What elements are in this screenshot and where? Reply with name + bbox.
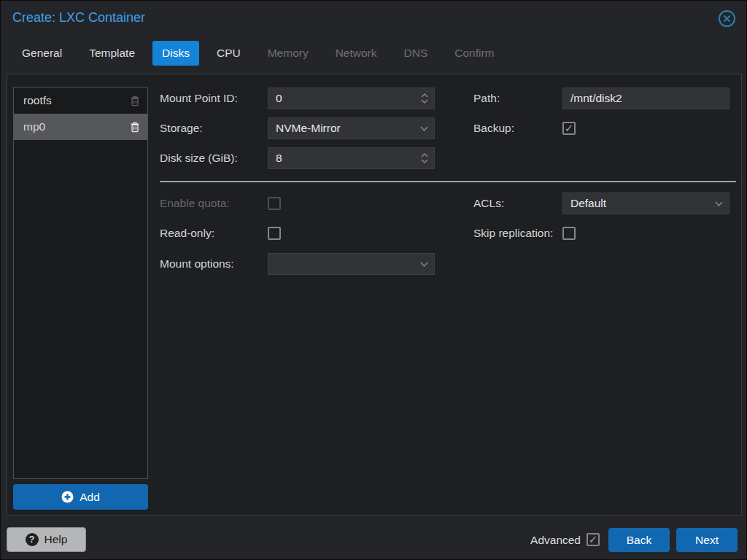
advanced-toggle: Advanced ✓: [530, 533, 600, 548]
skip-replication-checkbox[interactable]: [562, 227, 576, 240]
tab-dns: DNS: [395, 41, 438, 66]
close-button[interactable]: [718, 9, 736, 28]
tab-general[interactable]: General: [12, 41, 71, 66]
read-only-checkbox[interactable]: [268, 227, 281, 240]
mount-point-id-input[interactable]: 0: [268, 88, 435, 109]
help-button-label: Help: [44, 533, 68, 546]
add-button-label: Add: [80, 491, 100, 504]
mountpoint-label: mp0: [23, 120, 130, 133]
tab-template[interactable]: Template: [80, 41, 144, 66]
disk-size-value: 8: [276, 152, 421, 165]
tab-confirm: Confirm: [445, 41, 503, 66]
help-button[interactable]: ? Help: [7, 527, 86, 552]
chevron-down-icon: [715, 201, 723, 206]
next-button[interactable]: Next: [676, 528, 738, 552]
trash-icon[interactable]: [130, 96, 140, 106]
mount-options-select[interactable]: [268, 253, 435, 275]
storage-label: Storage:: [160, 117, 203, 139]
plus-circle-icon: [61, 491, 74, 503]
mount-point-id-value: 0: [276, 92, 421, 105]
chevron-down-icon: [420, 262, 428, 267]
advanced-checkbox[interactable]: ✓: [587, 533, 600, 546]
sidebar-item-rootfs[interactable]: rootfs: [14, 88, 147, 114]
tab-bar: GeneralTemplateDisksCPUMemoryNetworkDNSC…: [12, 41, 504, 66]
backup-checkbox[interactable]: ✓: [562, 122, 576, 135]
read-only-label: Read-only:: [160, 222, 214, 244]
advanced-section-divider: [160, 181, 736, 182]
mount-options-label: Mount options:: [160, 253, 234, 275]
advanced-label: Advanced: [530, 533, 581, 548]
storage-value: NVMe-Mirror: [276, 122, 420, 135]
disk-size-input[interactable]: 8: [268, 147, 435, 169]
chevron-down-icon: [420, 126, 428, 131]
path-input[interactable]: /mnt/disk2: [562, 88, 729, 109]
tab-cpu[interactable]: CPU: [207, 41, 250, 66]
dialog-footer: ? Help Advanced ✓ Back Next: [1, 516, 746, 560]
mountpoint-label: rootfs: [23, 94, 130, 107]
disk-size-label: Disk size (GiB):: [160, 147, 238, 169]
close-icon: [718, 9, 736, 28]
add-button[interactable]: Add: [13, 484, 148, 510]
path-label: Path:: [473, 88, 500, 109]
disks-panel: rootfsmp0 Add Mount Point ID: 0 Path: /m…: [7, 74, 742, 516]
enable-quota-label: Enable quota:: [160, 192, 230, 214]
backup-label: Backup:: [473, 117, 514, 139]
question-icon: ?: [26, 533, 39, 546]
acls-value: Default: [570, 197, 715, 210]
spinner-up-icon[interactable]: [421, 93, 428, 98]
storage-select[interactable]: NVMe-Mirror: [268, 117, 435, 139]
dialog-header: Create: LXC Container: [1, 1, 746, 36]
tab-memory: Memory: [258, 41, 318, 66]
tab-network: Network: [326, 41, 387, 66]
sidebar-item-mp0[interactable]: mp0: [14, 114, 147, 140]
dialog-title: Create: LXC Container: [12, 10, 145, 26]
path-value: /mnt/disk2: [570, 92, 723, 105]
mountpoint-list: rootfsmp0: [13, 87, 148, 479]
spinner-down-icon[interactable]: [421, 159, 428, 163]
create-lxc-dialog: Create: LXC Container GeneralTemplateDis…: [0, 0, 747, 560]
acls-label: ACLs:: [473, 192, 504, 214]
spinner-up-icon[interactable]: [421, 153, 428, 158]
spinner-down-icon[interactable]: [421, 99, 428, 104]
back-button[interactable]: Back: [608, 528, 670, 552]
enable-quota-checkbox: [268, 197, 281, 210]
trash-icon[interactable]: [130, 122, 140, 133]
skip-replication-label: Skip replication:: [473, 222, 553, 244]
mount-point-id-label: Mount Point ID:: [160, 88, 238, 109]
acls-select[interactable]: Default: [562, 192, 729, 214]
tab-disks[interactable]: Disks: [152, 41, 199, 66]
